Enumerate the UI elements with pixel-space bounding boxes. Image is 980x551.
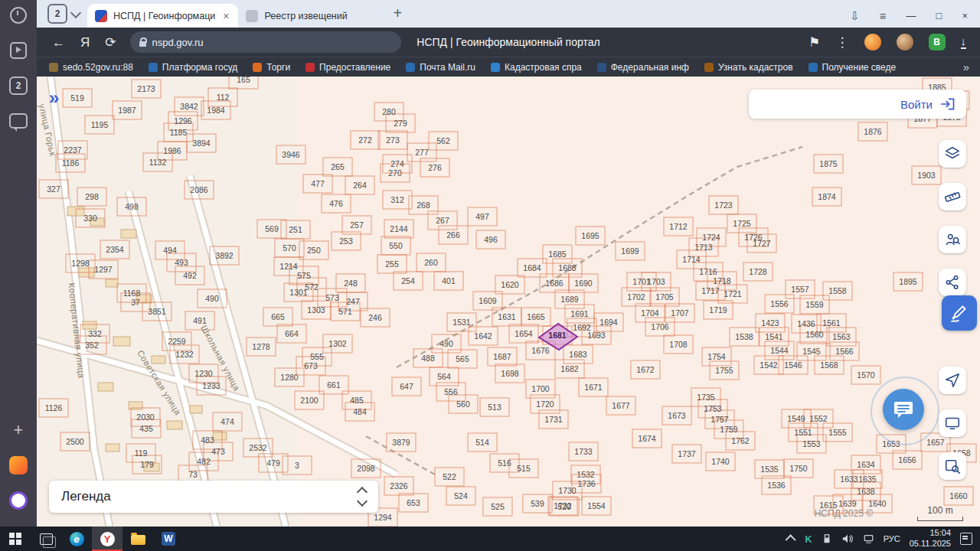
parcel-label-539[interactable]: 539 xyxy=(531,499,544,508)
parcel-label-514[interactable]: 514 xyxy=(475,438,489,447)
parcel-label-476[interactable]: 476 xyxy=(329,199,343,208)
messenger-icon[interactable] xyxy=(9,112,28,130)
parcel-label-1750[interactable]: 1750 xyxy=(789,464,807,473)
parcel-label-1609[interactable]: 1609 xyxy=(479,296,496,305)
parcel-label-1716[interactable]: 1716 xyxy=(699,267,717,276)
tabs-panel-icon[interactable]: 2 xyxy=(9,77,28,95)
parcel-label-1554[interactable]: 1554 xyxy=(587,501,605,510)
parcel-label-1702[interactable]: 1702 xyxy=(627,292,645,302)
parcel-label-1553[interactable]: 1553 xyxy=(802,439,820,448)
parcel-label-1876[interactable]: 1876 xyxy=(864,127,881,136)
parcel-label-352[interactable]: 352 xyxy=(85,341,99,350)
parcel-label-1755[interactable]: 1755 xyxy=(715,366,733,375)
parcel-label-1297[interactable]: 1297 xyxy=(94,265,112,274)
parcel-label-1195[interactable]: 1195 xyxy=(91,120,109,129)
parcel-label-1536[interactable]: 1536 xyxy=(767,481,785,490)
parcel-label-119[interactable]: 119 xyxy=(135,448,148,458)
parcel-label-1570[interactable]: 1570 xyxy=(857,370,874,380)
cadastre-search-tool-button[interactable] xyxy=(939,226,966,253)
parcel-label-267[interactable]: 267 xyxy=(436,216,449,225)
parcel-label-661[interactable]: 661 xyxy=(327,380,341,390)
parcel-label-1683[interactable]: 1683 xyxy=(569,350,586,359)
parcel-label-1672[interactable]: 1672 xyxy=(636,365,654,374)
share-tool-button[interactable] xyxy=(939,269,966,296)
parcel-label-490[interactable]: 490 xyxy=(439,339,453,348)
parcel-label-1754[interactable]: 1754 xyxy=(707,352,725,361)
tab-counter[interactable]: 2 xyxy=(47,4,80,24)
minimize-button[interactable]: — xyxy=(906,11,916,21)
parcel-label-3946[interactable]: 3946 xyxy=(282,150,299,159)
parcel-label-246[interactable]: 246 xyxy=(368,313,382,322)
parcel-label-1677[interactable]: 1677 xyxy=(612,401,629,410)
parcel-label-2326[interactable]: 2326 xyxy=(390,481,407,491)
parcel-label-1674[interactable]: 1674 xyxy=(638,434,655,443)
parcel-label-1631[interactable]: 1631 xyxy=(498,312,515,321)
parcel-label-266[interactable]: 266 xyxy=(446,230,460,240)
parcel-label-1639[interactable]: 1639 xyxy=(838,499,856,508)
parcel-label-332[interactable]: 332 xyxy=(88,329,102,338)
parcel-label-1689[interactable]: 1689 xyxy=(560,295,578,304)
menu-icon[interactable]: ≡ xyxy=(880,10,887,21)
parcel-label-1620[interactable]: 1620 xyxy=(501,280,518,289)
parcel-label-280[interactable]: 280 xyxy=(382,107,396,116)
parcel-label-1657[interactable]: 1657 xyxy=(926,438,944,447)
parcel-label-435[interactable]: 435 xyxy=(139,424,153,433)
parcel-label-1875[interactable]: 1875 xyxy=(819,159,837,168)
more-options-icon[interactable]: ⋮ xyxy=(836,36,849,49)
parcel-label-573[interactable]: 573 xyxy=(325,293,339,302)
parcel-label-664[interactable]: 664 xyxy=(285,329,299,338)
parcel-label-1168[interactable]: 1168 xyxy=(123,289,141,298)
parcel-label-473[interactable]: 473 xyxy=(211,447,225,456)
bookmark-item[interactable]: Узнать кадастров xyxy=(698,60,799,74)
parcel-label-330[interactable]: 330 xyxy=(83,214,97,223)
parcel-label-254[interactable]: 254 xyxy=(401,276,415,285)
parcel-label-257[interactable]: 257 xyxy=(350,220,364,230)
parcel-label-1681[interactable]: 1681 xyxy=(548,331,566,340)
bookmark-item[interactable]: Почта Mail.ru xyxy=(400,60,482,74)
parcel-label-274[interactable]: 274 xyxy=(390,159,404,168)
parcel-label-1230[interactable]: 1230 xyxy=(194,369,212,378)
login-panel[interactable]: Войти xyxy=(749,90,966,119)
parcel-label-1296[interactable]: 1296 xyxy=(174,116,191,126)
parcel-label-571[interactable]: 571 xyxy=(338,307,352,316)
parcel-label-497[interactable]: 497 xyxy=(475,212,489,221)
parcel-label-1762[interactable]: 1762 xyxy=(731,436,749,445)
parcel-label-488[interactable]: 488 xyxy=(421,354,435,363)
parcel-label-1542[interactable]: 1542 xyxy=(760,360,777,370)
parcel-label-1423[interactable]: 1423 xyxy=(761,318,779,328)
close-button[interactable]: × xyxy=(962,11,968,21)
address-bar[interactable]: nspd.gov.ru xyxy=(130,31,401,53)
parcel-label-570[interactable]: 570 xyxy=(283,243,296,253)
parcel-label-1556[interactable]: 1556 xyxy=(770,299,788,308)
parcel-label-268[interactable]: 268 xyxy=(416,201,430,210)
parcel-label-474[interactable]: 474 xyxy=(220,417,234,426)
bookmarks-overflow-icon[interactable]: » xyxy=(959,60,974,73)
parcel-label-2098[interactable]: 2098 xyxy=(357,464,374,473)
history-icon[interactable] xyxy=(9,6,28,24)
parcel-label-1753[interactable]: 1753 xyxy=(704,404,721,413)
parcel-label-1723[interactable]: 1723 xyxy=(714,201,732,210)
parcel-label-564[interactable]: 564 xyxy=(437,372,451,381)
parcel-label-3842[interactable]: 3842 xyxy=(180,102,198,111)
legend-panel[interactable]: Легенда xyxy=(49,481,378,513)
parcel-label-1186[interactable]: 1186 xyxy=(62,158,80,168)
add-panel-icon[interactable]: + xyxy=(9,421,28,439)
parcel-label-1302[interactable]: 1302 xyxy=(328,339,346,348)
parcel-label-1673[interactable]: 1673 xyxy=(668,411,685,420)
parcel-label-1695[interactable]: 1695 xyxy=(581,231,599,240)
parcel-label-673[interactable]: 673 xyxy=(304,361,318,370)
parcel-label-1707[interactable]: 1707 xyxy=(671,308,688,318)
parcel-label-1635[interactable]: 1635 xyxy=(858,474,876,484)
parcel-label-1682[interactable]: 1682 xyxy=(560,364,578,373)
usb-tray-icon[interactable] xyxy=(822,533,832,544)
download-icon[interactable]: ↓ xyxy=(961,35,967,49)
parcel-label-273[interactable]: 273 xyxy=(386,135,400,145)
parcel-label-1691[interactable]: 1691 xyxy=(570,309,588,318)
parcel-label-1740[interactable]: 1740 xyxy=(711,457,729,466)
parcel-label-556[interactable]: 556 xyxy=(444,387,458,396)
parcel-label-277[interactable]: 277 xyxy=(415,148,429,157)
parcel-label-1185[interactable]: 1185 xyxy=(170,128,188,137)
parcel-label-2259[interactable]: 2259 xyxy=(168,337,185,346)
parcel-label-647[interactable]: 647 xyxy=(400,382,413,391)
parcel-label-1233[interactable]: 1233 xyxy=(202,381,220,390)
